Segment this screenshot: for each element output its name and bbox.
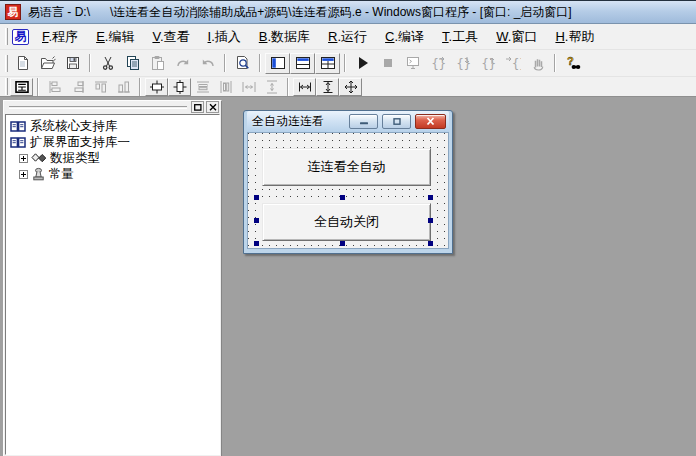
form-canvas[interactable]: 连连看全自动全自动关闭 bbox=[247, 132, 449, 249]
selection-handle[interactable] bbox=[428, 195, 433, 200]
selection-handle[interactable] bbox=[428, 218, 433, 223]
toolbar-gripper[interactable] bbox=[5, 78, 8, 95]
form-restore-button[interactable] bbox=[382, 114, 411, 129]
align-top-icon bbox=[93, 79, 109, 95]
tree-item-label: 扩展界面支持库一 bbox=[30, 134, 130, 151]
support-library-tree: 系统核心支持库扩展界面支持库一数据类型常量 bbox=[5, 114, 220, 455]
selection-handle[interactable] bbox=[254, 195, 259, 200]
space-horizontal-icon bbox=[195, 79, 211, 95]
align-bottom-button bbox=[112, 78, 135, 96]
equal-gap-horizontal-icon bbox=[241, 79, 257, 95]
menu-compile[interactable]: C.编译 bbox=[376, 25, 433, 49]
form-button-lianliankan-auto[interactable]: 连连看全自动 bbox=[262, 148, 431, 186]
panel-float-button[interactable] bbox=[191, 101, 204, 113]
form-button-auto-close[interactable]: 全自动关闭 bbox=[262, 203, 431, 241]
fit-width-icon bbox=[297, 79, 313, 95]
fit-width-button[interactable] bbox=[293, 78, 316, 96]
layout-bottom-button[interactable] bbox=[290, 53, 315, 74]
open-folder-icon bbox=[40, 55, 56, 71]
form-close-button[interactable] bbox=[415, 114, 446, 129]
menu-view[interactable]: V.查看 bbox=[143, 25, 198, 49]
form-minimize-button[interactable] bbox=[349, 114, 378, 129]
menu-tools[interactable]: T.工具 bbox=[433, 25, 487, 49]
menu-database[interactable]: B.数据库 bbox=[250, 25, 319, 49]
tree-item-label: 数据类型 bbox=[50, 150, 100, 167]
form-designer-window[interactable]: 全自动连连看 连连看全自动全自动关闭 bbox=[243, 110, 453, 254]
child-window-system-icon[interactable]: 易 bbox=[12, 29, 29, 45]
form-titlebar[interactable]: 全自动连连看 bbox=[247, 111, 449, 132]
fit-height-button[interactable] bbox=[316, 78, 339, 96]
stop-icon bbox=[380, 55, 396, 71]
fit-both-button[interactable] bbox=[339, 78, 362, 96]
equal-gap-v-button bbox=[260, 78, 283, 96]
form-grid-icon bbox=[14, 79, 30, 95]
menubar-gripper bbox=[5, 28, 8, 45]
debug-button bbox=[400, 53, 425, 74]
align-top-button bbox=[89, 78, 112, 96]
constant-icon bbox=[31, 167, 46, 181]
form-designer-button[interactable] bbox=[10, 78, 33, 96]
toolbar-gripper[interactable] bbox=[5, 55, 8, 72]
tree-item-ext-ui-lib[interactable]: 扩展界面支持库一 bbox=[6, 134, 219, 150]
step-into-icon: {} bbox=[455, 55, 471, 71]
expand-plus-icon[interactable] bbox=[19, 170, 28, 179]
center-horizontal-icon bbox=[149, 79, 165, 95]
tree-item-system-core-lib[interactable]: 系统核心支持库 bbox=[6, 118, 219, 134]
run-button[interactable] bbox=[350, 53, 375, 74]
copy-button[interactable] bbox=[120, 53, 145, 74]
save-button[interactable] bbox=[60, 53, 85, 74]
open-file-button[interactable] bbox=[35, 53, 60, 74]
fit-both-icon bbox=[343, 79, 359, 95]
svg-text:{}: {} bbox=[456, 57, 470, 71]
menu-program[interactable]: F.程序 bbox=[33, 25, 87, 49]
selection-handle[interactable] bbox=[340, 195, 345, 200]
menu-bar: 易 F.程序E.编辑V.查看I.插入B.数据库R.运行C.编译T.工具W.窗口H… bbox=[0, 24, 696, 49]
selection-handle[interactable] bbox=[254, 218, 259, 223]
tree-item-data-types[interactable]: 数据类型 bbox=[6, 150, 219, 166]
menu-run[interactable]: R.运行 bbox=[319, 25, 376, 49]
pause-button bbox=[525, 53, 550, 74]
center-horizontal-button[interactable] bbox=[145, 78, 168, 96]
panel-close-button[interactable] bbox=[206, 101, 219, 113]
cut-button[interactable] bbox=[95, 53, 120, 74]
close-x-icon bbox=[208, 103, 218, 112]
align-right-button bbox=[66, 78, 89, 96]
step-out-button: {} bbox=[475, 53, 500, 74]
menu-window[interactable]: W.窗口 bbox=[487, 25, 546, 49]
library-icon bbox=[10, 135, 26, 150]
center-vertical-icon bbox=[172, 79, 188, 95]
window-titlebar[interactable]: 易 易语言 - D:\ \连连看全自动消除辅助成品+源码\连连看源码.e - W… bbox=[0, 0, 696, 24]
panel-grip-handle[interactable] bbox=[9, 106, 187, 109]
help-find-icon: ? bbox=[565, 55, 581, 71]
layout-left-button[interactable] bbox=[265, 53, 290, 74]
expand-plus-icon[interactable] bbox=[19, 154, 28, 163]
selection-handle[interactable] bbox=[428, 241, 433, 246]
align-left-button bbox=[43, 78, 66, 96]
tree-item-constants[interactable]: 常量 bbox=[6, 166, 219, 182]
restore-box-icon bbox=[193, 103, 203, 112]
menu-help[interactable]: H.帮助 bbox=[546, 25, 603, 49]
tree-item-label: 常量 bbox=[49, 166, 74, 183]
svg-text:{}: {} bbox=[512, 57, 521, 71]
plus-box-icon bbox=[19, 154, 28, 163]
find-button[interactable] bbox=[230, 53, 255, 74]
cut-icon bbox=[100, 55, 116, 71]
layout-grid-button[interactable] bbox=[315, 53, 340, 74]
menu-edit[interactable]: E.编辑 bbox=[87, 25, 143, 49]
step-out-icon: {} bbox=[480, 55, 496, 71]
menu-insert[interactable]: I.插入 bbox=[199, 25, 250, 49]
restore-icon bbox=[392, 117, 402, 126]
library-panel-header[interactable] bbox=[4, 101, 221, 114]
help-find-button[interactable]: ? bbox=[560, 53, 585, 74]
main-toolbar: {}{}{}{}? bbox=[0, 49, 696, 76]
center-vertical-button[interactable] bbox=[168, 78, 191, 96]
selection-handle[interactable] bbox=[254, 241, 259, 246]
selection-handle[interactable] bbox=[340, 241, 345, 246]
equal-gap-h-button bbox=[237, 78, 260, 96]
align-left-icon bbox=[47, 79, 63, 95]
library-icon bbox=[10, 119, 26, 134]
toolbar-separator bbox=[554, 54, 556, 72]
window-left-icon bbox=[270, 55, 286, 71]
new-file-button[interactable] bbox=[10, 53, 35, 74]
copy-icon bbox=[125, 55, 141, 71]
